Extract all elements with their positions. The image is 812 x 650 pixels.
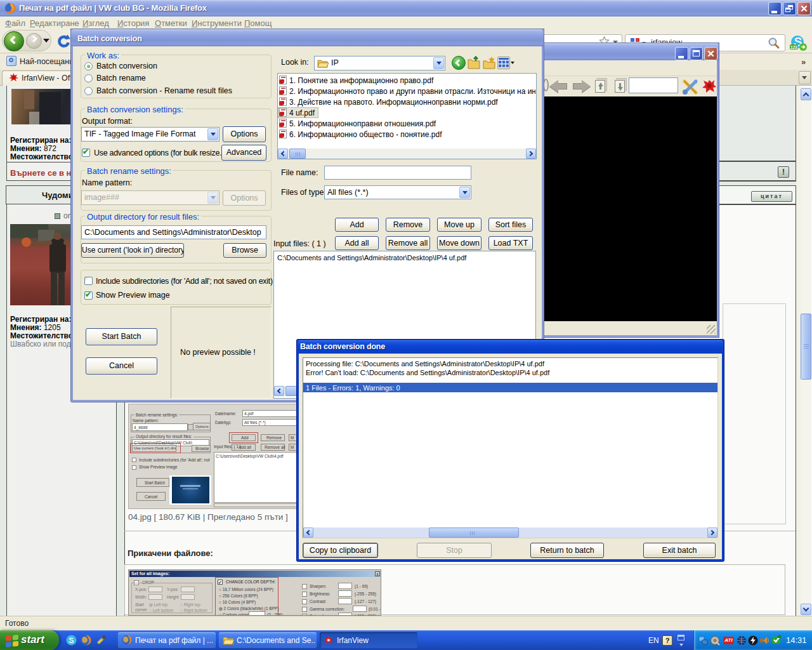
svg-text:123: 123: [790, 45, 797, 50]
